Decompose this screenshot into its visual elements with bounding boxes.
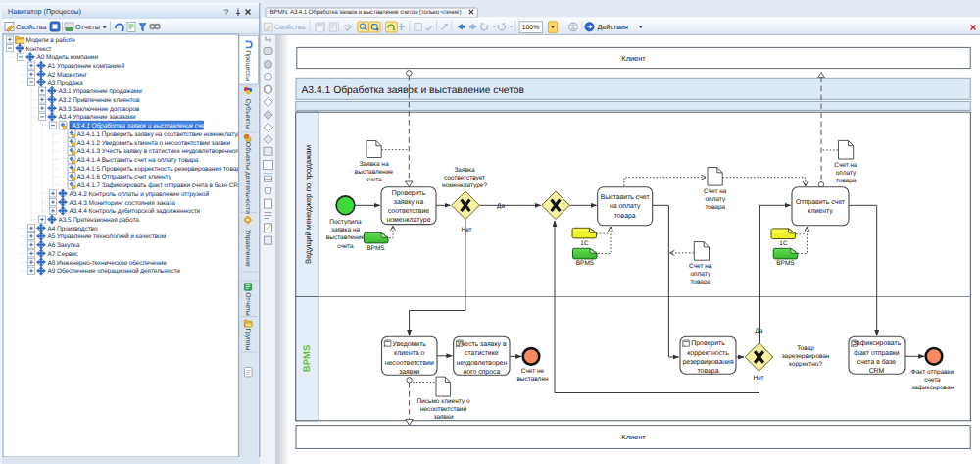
- svg-text:статистике: статистике: [465, 350, 499, 357]
- svg-text:заявка на: заявка на: [331, 227, 361, 233]
- svg-text:Объекты деятельности: Объекты деятельности: [244, 142, 251, 214]
- svg-text:Да: Да: [755, 328, 762, 335]
- svg-text:А3.4.1.2 Уведомить клиента о н: А3.4.1.2 Уведомить клиента о несоответст…: [77, 140, 231, 147]
- svg-text:Субъекты: Субъекты: [244, 98, 251, 129]
- svg-text:BPMS: BPMS: [302, 345, 313, 372]
- svg-text:BPMS: BPMS: [776, 260, 795, 267]
- svg-text:оплату: оплату: [705, 196, 725, 203]
- svg-text:А0 Модель компании: А0 Модель компании: [37, 54, 99, 61]
- svg-text:Счет не: Счет не: [521, 368, 545, 375]
- svg-text:Контекст: Контекст: [26, 46, 52, 53]
- svg-text:товара: товара: [705, 204, 725, 211]
- svg-text:товара: товара: [614, 213, 636, 220]
- svg-text:счета в базе: счета в базе: [858, 358, 897, 366]
- svg-text:оплату: оплату: [690, 271, 710, 278]
- svg-text:А4 Производство: А4 Производство: [48, 226, 98, 232]
- svg-text:А3.4.1.3 Учесть заявку в стати: А3.4.1.3 Учесть заявку в статистике неуд…: [77, 148, 264, 155]
- svg-text:А9 Обеспечение операционной де: А9 Обеспечение операционной деятельности: [48, 268, 181, 275]
- svg-text:?: ?: [224, 8, 229, 17]
- svg-text:А3.4.1.4 Выставить счет на опл: А3.4.1.4 Выставить счет на оплату товара: [77, 157, 199, 164]
- svg-text:А3.4.2 Контроль оплаты и управ: А3.4.2 Контроль оплаты и управление отгр…: [70, 191, 210, 198]
- svg-text:выставление: выставление: [326, 234, 366, 241]
- svg-text:заявку на: заявку на: [394, 199, 424, 206]
- svg-text:Клиент: Клиент: [621, 433, 646, 441]
- svg-text:Заявка: Заявка: [454, 167, 475, 174]
- svg-text:А3.1 Управление продажами: А3.1 Управление продажами: [59, 88, 143, 95]
- svg-text:Письмо клиенту о: Письмо клиенту о: [416, 398, 469, 405]
- svg-text:корректность: корректность: [687, 350, 729, 357]
- svg-text:номенклатуре?: номенклатуре?: [442, 182, 488, 189]
- svg-text:Процессы: Процессы: [244, 50, 251, 81]
- svg-text:Отчеты: Отчеты: [244, 292, 251, 316]
- svg-text:заявки: заявки: [399, 369, 419, 376]
- svg-text:Счет на: Счет на: [704, 188, 727, 195]
- svg-text:Группы: Группы: [244, 329, 251, 351]
- svg-text:Клиент: Клиент: [621, 54, 646, 63]
- svg-text:Да: Да: [497, 203, 505, 210]
- svg-text:BPMS: BPMS: [576, 260, 595, 267]
- svg-text:Ведущий менеджер по продажам: Ведущий менеджер по продажам: [304, 145, 313, 264]
- svg-text:выставление: выставление: [355, 169, 394, 176]
- svg-text:оплату: оплату: [836, 170, 857, 177]
- svg-text:ного спроса: ного спроса: [463, 369, 500, 376]
- svg-text:BPMN: А3.4.1 Обработка заявок: BPMN: А3.4.1 Обработка заявок и выставле…: [270, 9, 462, 16]
- svg-text:счета: счета: [366, 177, 382, 183]
- svg-text:соответствие: соответствие: [388, 208, 430, 215]
- svg-text:А7 Сервис: А7 Сервис: [48, 251, 79, 258]
- svg-text:несоответствии: несоответствии: [385, 360, 434, 367]
- svg-text:несоответствии: несоответствии: [420, 406, 467, 413]
- svg-text:неудовлетворен: неудовлетворен: [456, 360, 507, 367]
- svg-text:1С: 1С: [779, 240, 788, 247]
- svg-text:А3.4.4 Контроль дебиторской за: А3.4.4 Контроль дебиторской задолженност…: [70, 208, 201, 215]
- svg-text:Отчеты: Отчеты: [75, 23, 100, 31]
- svg-text:А8 Инженерно-техническое обесп: А8 Инженерно-техническое обеспечение: [48, 260, 168, 267]
- svg-text:А3 Продажа: А3 Продажа: [48, 80, 84, 87]
- svg-text:А1 Управление компанией: А1 Управление компанией: [48, 63, 125, 70]
- svg-text:А3.4.1 Обработка заявок и выст: А3.4.1 Обработка заявок и выставление сч…: [72, 123, 218, 129]
- svg-text:А3.4 Управление заказами: А3.4 Управление заказами: [59, 114, 136, 121]
- svg-text:Счет на: Счет на: [689, 263, 712, 270]
- svg-text:Уведомить: Уведомить: [393, 341, 427, 348]
- svg-text:счета: счета: [924, 377, 941, 384]
- svg-text:факт отправки: факт отправки: [854, 350, 900, 357]
- svg-text:1С: 1С: [580, 240, 589, 247]
- svg-text:А3.4.1 Обработка заявок и выст: А3.4.1 Обработка заявок и выставление сч…: [302, 85, 525, 96]
- svg-text:номенклатуре: номенклатуре: [386, 217, 430, 224]
- svg-text:А6 Закупка: А6 Закупка: [48, 242, 80, 249]
- svg-text:резервирования: резервирования: [682, 359, 734, 366]
- svg-text:ABC: ABC: [344, 24, 354, 28]
- svg-text:счета: счета: [337, 243, 354, 250]
- svg-text:товара: товара: [836, 178, 857, 184]
- svg-text:А3.3 Заключение договоров: А3.3 Заключение договоров: [59, 106, 140, 113]
- svg-text:зафиксирован: зафиксирован: [911, 385, 955, 391]
- svg-text:зарезервирован: зарезервирован: [782, 353, 830, 360]
- svg-text:А2 Маркетинг: А2 Маркетинг: [48, 72, 88, 78]
- svg-text:Заявка на: Заявка на: [359, 161, 389, 168]
- svg-text:Товар: Товар: [797, 345, 814, 352]
- svg-text:товара: товара: [698, 368, 719, 375]
- svg-text:Учесть заявку в: Учесть заявку в: [457, 341, 507, 348]
- svg-text:Свойства: Свойства: [274, 23, 306, 31]
- svg-text:товара: товара: [690, 279, 710, 285]
- svg-text:выставлен: выставлен: [516, 376, 549, 383]
- svg-text:100%: 100%: [522, 25, 539, 31]
- svg-text:А5 Управление технологией и ка: А5 Управление технологией и качеством: [48, 233, 167, 240]
- svg-text:А3.2 Привлечение клиентов: А3.2 Привлечение клиентов: [59, 97, 140, 104]
- svg-text:Нет: Нет: [461, 227, 471, 233]
- svg-text:Проверить: Проверить: [392, 190, 426, 197]
- svg-text:клиенту: клиенту: [808, 208, 833, 215]
- svg-text:Счет на: Счет на: [834, 162, 858, 169]
- svg-text:Нет: Нет: [753, 375, 763, 382]
- svg-text:Зафиксировать: Зафиксировать: [853, 340, 902, 347]
- svg-text:корректно?: корректно?: [789, 361, 822, 368]
- svg-text:BPMS: BPMS: [367, 245, 385, 252]
- svg-text:Выставить счет: Выставить счет: [601, 194, 651, 201]
- svg-text:Управление: Управление: [244, 230, 251, 267]
- svg-text:Факт отправки: Факт отправки: [911, 369, 955, 376]
- svg-text:Модели в работе: Модели в работе: [26, 37, 76, 44]
- svg-text:А3.4.1.6 Отправить счет клиент: А3.4.1.6 Отправить счет клиенту: [77, 174, 172, 180]
- svg-text:А3.4.1.5 Проверить корректност: А3.4.1.5 Проверить корректность резервир…: [77, 166, 244, 173]
- svg-text:соответствует: соответствует: [444, 175, 485, 181]
- svg-text:А3.4.1.7 Зафиксировать факт от: А3.4.1.7 Зафиксировать факт отправки сче…: [77, 182, 244, 189]
- svg-text:Действия: Действия: [598, 23, 629, 31]
